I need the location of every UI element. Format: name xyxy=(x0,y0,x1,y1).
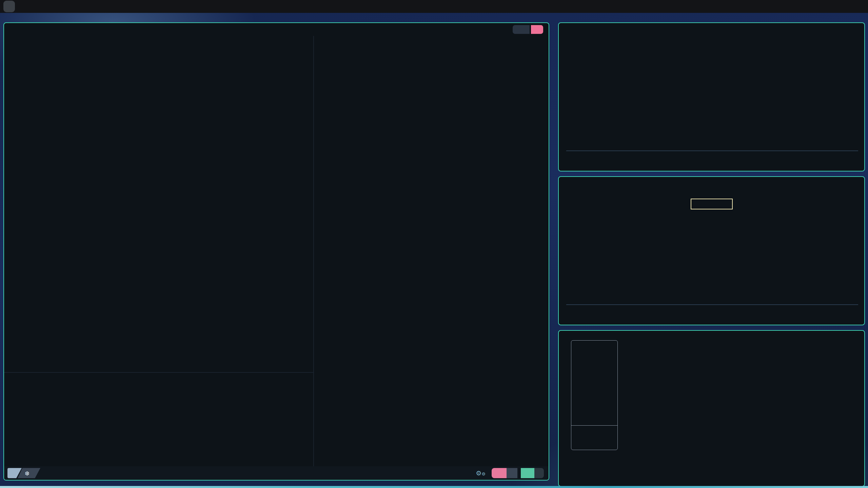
scroll-percent-segment xyxy=(521,468,544,478)
project-segment xyxy=(492,468,517,478)
fetch-label-box xyxy=(571,340,618,450)
folder-icon xyxy=(492,468,507,478)
separator-top xyxy=(565,146,858,155)
editor-tab-bar xyxy=(4,23,549,36)
editor-splits xyxy=(4,36,549,466)
window-controls xyxy=(513,25,543,34)
now-playing-mid xyxy=(565,309,858,321)
now-playing-top xyxy=(565,155,858,167)
left-split xyxy=(4,36,314,466)
editor-window: ❆ ⚙⚙ xyxy=(3,22,549,481)
code-pane-flake[interactable] xyxy=(4,36,313,372)
file-segment: ❆ xyxy=(18,468,40,478)
top-bar xyxy=(0,0,868,13)
lines-icon xyxy=(521,468,534,478)
statusline: ❆ ⚙⚙ xyxy=(4,466,549,480)
project-label xyxy=(507,468,517,478)
wallpaper-bottom-strip xyxy=(0,486,868,488)
audio-visualizer xyxy=(565,27,858,145)
separator-line xyxy=(566,150,858,151)
scroll-percent xyxy=(534,468,544,478)
digital-clock xyxy=(691,199,733,209)
gear-icon: ⚙⚙ xyxy=(476,469,486,477)
code-pane-pkgs-default[interactable] xyxy=(4,373,313,466)
lsp-status: ⚙⚙ xyxy=(476,469,488,477)
code-pane-iso-image[interactable] xyxy=(314,36,549,466)
separator-mid xyxy=(565,300,858,309)
nix-snowflake-icon: ❆ xyxy=(25,469,29,477)
eye-toggle-button[interactable] xyxy=(513,25,530,34)
fetch-divider xyxy=(571,425,617,426)
launcher-button[interactable] xyxy=(3,1,15,12)
clock-window xyxy=(558,176,865,325)
separator-line xyxy=(566,304,858,305)
window-close-button[interactable] xyxy=(531,25,543,34)
terminal-window[interactable] xyxy=(558,330,865,487)
statusline-right: ⚙⚙ xyxy=(476,468,544,478)
visualizer-window xyxy=(558,22,865,171)
